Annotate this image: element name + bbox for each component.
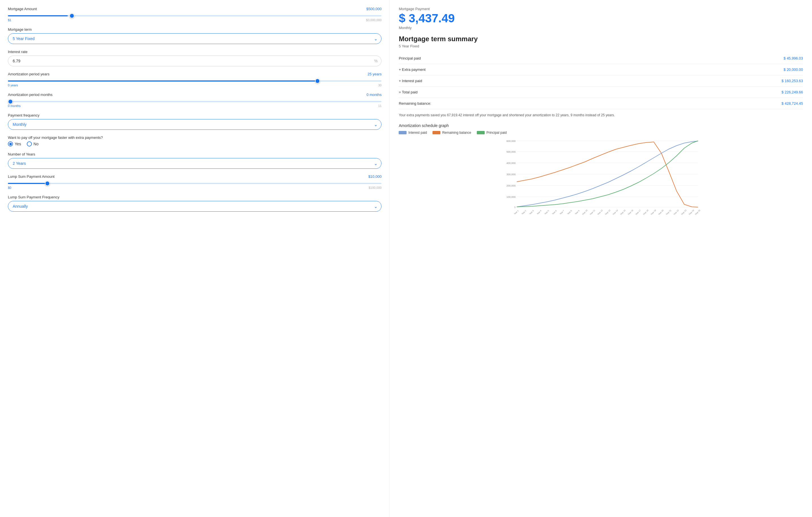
lump-sum-amount-slider[interactable] xyxy=(8,183,381,184)
svg-text:Year 24: Year 24 xyxy=(689,209,695,215)
summary-rows: Principal paid $ 45,996.03 + Extra payme… xyxy=(399,53,803,109)
lump-sum-freq-select[interactable]: Annually Monthly Bi-Weekly Weekly xyxy=(8,201,381,212)
svg-text:Year 8: Year 8 xyxy=(567,210,572,215)
legend-label: Interest paid xyxy=(408,131,427,135)
interest-rate-label: Interest rate xyxy=(8,50,27,54)
svg-text:Year 21: Year 21 xyxy=(666,209,672,215)
extra-payments-yes-label[interactable]: Yes xyxy=(8,141,21,146)
svg-text:Year 9: Year 9 xyxy=(575,210,580,215)
extra-payments-no-radio[interactable] xyxy=(27,141,32,146)
legend-color-swatch xyxy=(477,131,485,134)
svg-text:300,000: 300,000 xyxy=(506,173,516,176)
summary-row-value: $ 226,249.66 xyxy=(782,90,803,94)
svg-text:Year 2: Year 2 xyxy=(521,210,527,215)
chart-area: 600,000 500,000 400,000 300,000 200,000 … xyxy=(399,138,803,217)
svg-text:100,000: 100,000 xyxy=(506,196,516,198)
legend-item: Remaining balance xyxy=(433,131,471,135)
legend-label: Remaining balance xyxy=(442,131,471,135)
summary-row: = Total paid $ 226,249.66 xyxy=(399,87,803,98)
svg-text:Year 18: Year 18 xyxy=(643,209,649,215)
svg-text:Year 16: Year 16 xyxy=(628,209,634,215)
mortgage-term-label: Mortgage term xyxy=(8,27,32,32)
svg-text:Year 11: Year 11 xyxy=(589,209,596,215)
legend-item: Principal paid xyxy=(477,131,506,135)
svg-text:500,000: 500,000 xyxy=(506,151,516,153)
lump-sum-amount-group: Lump Sum Payment Amount $10,000 $0 $100,… xyxy=(8,174,381,189)
payment-amount: $ 3,437.49 xyxy=(399,11,803,25)
num-years-select[interactable]: 1 Year 2 Years 3 Years 4 Years 5 Years xyxy=(8,158,381,169)
interest-rate-input[interactable] xyxy=(8,56,381,66)
extra-payments-radio-group: Yes No xyxy=(8,141,381,146)
mortgage-amount-min: $1 xyxy=(8,18,11,22)
mortgage-amount-max: $3,000,000 xyxy=(366,18,381,22)
svg-text:Year 25: Year 25 xyxy=(695,209,701,215)
legend-item: Interest paid xyxy=(399,131,427,135)
mortgage-amount-value: $500,000 xyxy=(366,7,381,11)
summary-row: + Extra payment $ 20,000.00 xyxy=(399,64,803,75)
lump-sum-freq-select-wrapper: Annually Monthly Bi-Weekly Weekly ⌄ xyxy=(8,201,381,212)
svg-text:Year 3: Year 3 xyxy=(529,210,534,215)
lump-sum-amount-value: $10,000 xyxy=(368,174,381,179)
summary-row-label: + Interest paid xyxy=(399,79,422,83)
amortization-months-slider[interactable] xyxy=(8,101,381,102)
chart-legend: Interest paid Remaining balance Principa… xyxy=(399,131,803,135)
extra-payments-no-label[interactable]: No xyxy=(27,141,39,146)
svg-text:Year 6: Year 6 xyxy=(552,210,557,215)
svg-text:Year 20: Year 20 xyxy=(658,209,664,215)
mortgage-term-group: Mortgage term 5 Year Fixed 1 Year Fixed … xyxy=(8,27,381,44)
summary-row-value: $ 45,996.03 xyxy=(784,56,803,60)
payment-frequency-group: Payment frequency Monthly Bi-Weekly Week… xyxy=(8,113,381,130)
svg-text:200,000: 200,000 xyxy=(506,184,516,187)
summary-row: Principal paid $ 45,996.03 xyxy=(399,53,803,64)
svg-text:1: 1 xyxy=(514,206,516,209)
amortization-months-value: 0 months xyxy=(367,92,381,97)
lump-sum-amount-max: $100,000 xyxy=(369,186,382,189)
summary-subtitle: 5 Year Fixed xyxy=(399,44,803,48)
svg-text:Year 15: Year 15 xyxy=(620,209,626,215)
interest-rate-input-wrapper: % xyxy=(8,56,381,66)
summary-row-value: $ 428,724.45 xyxy=(782,101,803,106)
amortization-years-slider[interactable] xyxy=(8,80,381,82)
amortization-years-value: 25 years xyxy=(368,72,382,76)
legend-color-swatch xyxy=(399,131,407,134)
summary-row-value: $ 160,253.63 xyxy=(782,79,803,83)
mortgage-term-select-wrapper: 5 Year Fixed 1 Year Fixed 2 Year Fixed 3… xyxy=(8,33,381,44)
mortgage-amount-slider[interactable] xyxy=(8,15,381,17)
extra-payments-yes-radio[interactable] xyxy=(8,141,13,146)
svg-text:Year 12: Year 12 xyxy=(597,209,603,215)
mortgage-amount-label: Mortgage Amount xyxy=(8,7,37,11)
svg-text:Year 10: Year 10 xyxy=(582,209,588,215)
amortization-months-group: Amortization period months 0 months 0 mo… xyxy=(8,92,381,108)
lump-sum-amount-label: Lump Sum Payment Amount xyxy=(8,174,54,179)
amortization-years-label: Amortization period years xyxy=(8,72,49,76)
legend-label: Principal paid xyxy=(486,131,506,135)
num-years-group: Number of Years 1 Year 2 Years 3 Years 4… xyxy=(8,152,381,169)
right-panel: Mortgage Payment $ 3,437.49 Monthly Mort… xyxy=(390,0,812,517)
svg-text:Year 5: Year 5 xyxy=(544,210,550,215)
svg-text:Year 22: Year 22 xyxy=(673,209,679,215)
mortgage-amount-group: Mortgage Amount $500,000 $1 $3,000,000 xyxy=(8,7,381,22)
savings-text: Your extra payments saved you 67,919.42 … xyxy=(399,113,803,118)
payment-freq: Monthly xyxy=(399,26,803,30)
num-years-label: Number of Years xyxy=(8,152,35,156)
svg-text:Year 17: Year 17 xyxy=(635,209,641,215)
summary-row-label: = Total paid xyxy=(399,90,417,94)
extra-payments-group: Want to pay off your mortgage faster wit… xyxy=(8,135,381,146)
mortgage-term-select[interactable]: 5 Year Fixed 1 Year Fixed 2 Year Fixed 3… xyxy=(8,33,381,44)
svg-text:Year 4: Year 4 xyxy=(536,210,542,215)
payment-frequency-select-wrapper: Monthly Bi-Weekly Weekly Semi-Monthly Ac… xyxy=(8,119,381,130)
svg-text:Year 14: Year 14 xyxy=(612,209,618,215)
amortization-years-min: 0 years xyxy=(8,84,18,87)
summary-row: Remaining balance: $ 428,724.45 xyxy=(399,98,803,109)
lump-sum-freq-label: Lump Sum Payment Frequency xyxy=(8,195,59,199)
payment-frequency-label: Payment frequency xyxy=(8,113,39,117)
legend-color-swatch xyxy=(433,131,440,134)
extra-payments-no-text: No xyxy=(33,142,39,146)
summary-row-label: Principal paid xyxy=(399,56,420,60)
chart-title: Amortization schedule graph xyxy=(399,123,803,128)
payment-label: Mortgage Payment xyxy=(399,7,803,11)
payment-frequency-select[interactable]: Monthly Bi-Weekly Weekly Semi-Monthly Ac… xyxy=(8,119,381,130)
amortization-months-label: Amortization period months xyxy=(8,92,53,97)
lump-sum-freq-group: Lump Sum Payment Frequency Annually Mont… xyxy=(8,195,381,212)
summary-title: Mortgage term summary xyxy=(399,35,803,43)
